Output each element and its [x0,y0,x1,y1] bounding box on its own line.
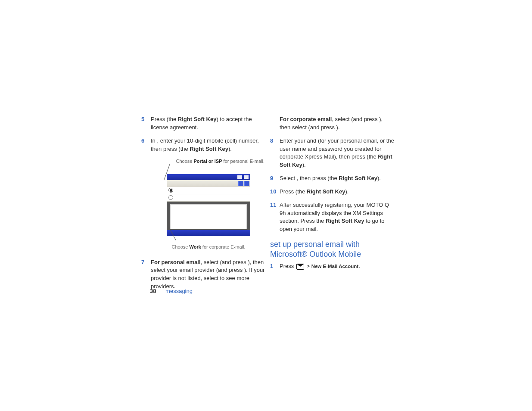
step-number: 1 [270,262,280,271]
radio-selected-icon [168,188,173,193]
bold-text: Portal or ISP [194,159,222,164]
callout-line-top [151,165,266,174]
bold-text: Right Soft Key [326,218,364,224]
step-number: 9 [270,174,280,183]
phone-option-list [167,187,250,202]
step-number: 10 [270,188,280,196]
bold-text: Work [189,244,201,249]
step-7-continued: For corporate email, select (and press )… [270,115,395,132]
step-body: Select , then press (the Right Soft Key)… [280,174,395,183]
text: (the [327,175,339,181]
step-body: Press > New E-Mail Account. [280,262,395,271]
page-number: 38 [150,288,156,294]
text: ). [336,124,340,131]
text: (and press [308,124,336,131]
text: Choose [176,159,194,164]
phone-figure: Choose Portal or ISP for personal E-mail… [151,158,266,250]
step-body: For corporate email, select (and press )… [280,115,395,132]
phone-content-box [170,204,247,229]
text: Choose [172,244,190,249]
text: , then press [297,175,328,181]
bold-text: Right Soft Key [190,146,228,152]
menu-path: New E-Mail Account [311,264,358,269]
battery-icon [237,175,242,179]
text: Press [280,188,296,195]
bold-text: For corporate email [280,116,332,122]
section-name: messaging [165,288,193,294]
step-6: 6 In , enter your 10-digit mobile (cell)… [141,137,266,153]
radio-icon [168,195,173,200]
callout-line-bottom [151,238,266,244]
text: Press [280,263,296,269]
step-number: 8 [270,137,280,169]
text: , select [201,259,220,265]
step-body: In , enter your 10-digit mobile (cell) n… [151,137,266,153]
figure-label-bottom: Choose Work for corporate E-mail. [151,244,266,251]
step-number: 5 [141,115,151,132]
list-item [167,187,250,194]
phone-screen [167,174,250,236]
text: Press [151,116,167,122]
bold-text: Right Soft Key [178,116,217,122]
signal-icon [244,175,249,179]
text: (and press [220,259,248,265]
text: In [151,137,157,144]
step-5: 5 Press (the Right Soft Key) to accept t… [141,115,266,132]
window-button-icon [244,181,249,186]
figure-label-top: Choose Portal or ISP for personal E-mail… [151,158,266,164]
page-footer: 38 messaging [150,288,193,294]
text: (the [296,188,307,195]
bold-text: Right Soft Key [307,188,345,195]
step-number: 7 [141,258,151,291]
text: Enter your [280,137,307,144]
bold-text: For personal email [151,259,201,265]
text: and [307,137,318,144]
step-11: 11 After successfully registering, your … [270,201,395,234]
text: ). [228,146,232,152]
text: for corporate E-mail. [201,244,246,249]
text: for personal E-mail. [222,159,264,164]
phone-window-bar [167,180,250,187]
step-7: 7 For personal email, select (and press … [141,258,266,291]
bold-text: Right Soft Key [339,175,377,181]
step-body: Press (the Right Soft Key) to accept the… [151,115,266,132]
step-number: 6 [141,137,151,153]
list-item [167,194,250,202]
step-body: Enter your and (for your personal email,… [280,137,395,169]
text: Select [280,175,297,181]
window-button-icon [238,181,243,186]
text: (the [367,153,378,160]
text: , select [332,116,351,122]
text: ). [377,175,381,181]
step-10: 10 Press (the Right Soft Key). [270,188,395,196]
step-8: 8 Enter your and (for your personal emai… [270,137,395,169]
step-9: 9 Select , then press (the Right Soft Ke… [270,174,395,183]
phone-softkey-bar [167,230,250,236]
text: (the [178,146,190,152]
step-number: 11 [270,201,280,234]
step-body: After successfully registering, your MOT… [280,201,395,234]
step-body: For personal email, select (and press ),… [151,258,266,291]
text: (the [167,116,178,122]
text: > [305,263,311,269]
text: . [358,263,360,269]
text: (and press [351,116,379,122]
step-1: 1 Press > New E-Mail Account. [270,262,395,271]
text: ). [302,162,306,168]
text: ). [345,188,348,195]
phone-status-bar [167,174,250,180]
section-heading: set up personal email with Microsoft® Ou… [270,240,395,259]
step-number [270,115,280,132]
step-body: Press (the Right Soft Key). [280,188,395,196]
envelope-icon [296,264,304,270]
